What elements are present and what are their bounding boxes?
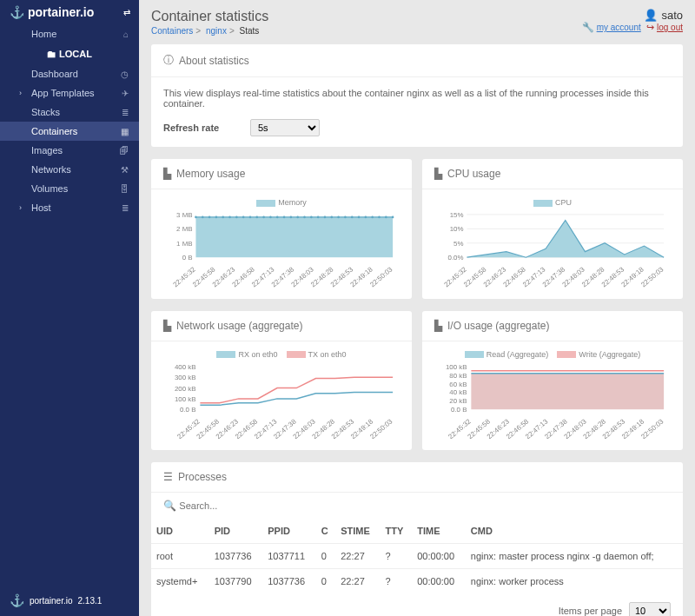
svg-point-34 — [385, 216, 387, 219]
page-header: Container statistics Containers> nginx> … — [151, 9, 683, 36]
brand-text: portainer.io — [28, 5, 94, 19]
svg-point-8 — [208, 216, 211, 219]
footer-brand: ⚓ portainer.io 2.13.1 — [0, 585, 139, 616]
svg-point-17 — [269, 216, 272, 219]
crumb-containers[interactable]: Containers — [151, 26, 193, 36]
sidebar-item-volumes[interactable]: Volumes🗄 — [0, 179, 139, 198]
svg-point-11 — [228, 216, 231, 219]
home-icon: ⌂ — [123, 30, 129, 39]
svg-point-26 — [330, 216, 333, 219]
list-icon: ☰ — [163, 471, 173, 483]
pager-label: Items per page — [559, 606, 622, 616]
cpu-chart: 15%10%5%0.0% 22:45:3222:45:5822:46:2322:… — [433, 210, 672, 288]
svg-point-33 — [378, 216, 381, 219]
sidebar-item-app-templates[interactable]: ›App Templates✈ — [0, 83, 139, 103]
sidebar-item-host[interactable]: ›Host≣ — [0, 198, 139, 217]
svg-text:40 kB: 40 kB — [449, 388, 467, 396]
svg-point-31 — [365, 216, 367, 219]
about-title: About statistics — [179, 55, 249, 67]
svg-text:300 kB: 300 kB — [175, 374, 196, 381]
refresh-select[interactable]: 5s — [250, 119, 320, 136]
svg-text:100 kB: 100 kB — [446, 363, 467, 371]
version: 2.13.1 — [77, 596, 102, 606]
sidebar-item-stacks[interactable]: Stacks≣ — [0, 103, 139, 122]
memory-panel: ▙Memory usage Memory 3 MB2 MB1 MB0 B 22:… — [151, 159, 412, 299]
svg-text:0.0 B: 0.0 B — [180, 406, 195, 414]
svg-text:10%: 10% — [450, 225, 464, 233]
network-chart: 400 kB300 kB200 kB100 kB0.0 B 22:45:3222… — [162, 362, 401, 440]
processes-panel: ☰Processes 🔍 UIDPIDPPIDCSTIMETTYTIMECMD … — [151, 462, 683, 616]
svg-text:400 kB: 400 kB — [175, 363, 196, 371]
col-pid[interactable]: PID — [209, 519, 263, 544]
search-icon: 🔍 — [163, 500, 176, 512]
svg-text:20 kB: 20 kB — [449, 397, 467, 405]
sidebar: ⚓ portainer.io ⇄ Home ⌂ 🖿 LOCAL Dashboar… — [0, 0, 139, 616]
svg-point-28 — [344, 216, 347, 219]
page-title: Container statistics — [151, 9, 268, 24]
svg-point-12 — [235, 216, 238, 219]
brand[interactable]: ⚓ portainer.io — [9, 5, 94, 19]
sidebar-item-images[interactable]: Images🗐 — [0, 141, 139, 160]
about-panel: ⓘ About statistics This view displays re… — [151, 44, 683, 147]
crumb-nginx[interactable]: nginx — [206, 26, 227, 36]
svg-text:22:50:03: 22:50:03 — [639, 417, 665, 439]
svg-point-22 — [303, 216, 306, 219]
user-row: 👤 sato — [582, 9, 683, 22]
svg-text:0.0 B: 0.0 B — [451, 406, 467, 414]
col-tty[interactable]: TTY — [380, 519, 412, 544]
col-ppid[interactable]: PPID — [262, 519, 316, 544]
svg-point-6 — [195, 216, 197, 219]
svg-point-20 — [290, 216, 293, 219]
env-label[interactable]: 🖿 LOCAL — [0, 43, 139, 64]
user-icon: 👤 — [644, 9, 658, 22]
svg-point-14 — [249, 216, 252, 219]
svg-text:2 MB: 2 MB — [176, 225, 192, 233]
svg-text:5%: 5% — [453, 240, 463, 248]
crumb-stats: Stats — [240, 26, 260, 36]
svg-text:80 kB: 80 kB — [449, 371, 467, 379]
pager-select[interactable]: 10 — [629, 602, 671, 616]
swap-icon[interactable]: ⇄ — [123, 8, 130, 17]
svg-point-13 — [242, 216, 245, 219]
table-row[interactable]: root10377361037711022:27?00:00:00nginx: … — [151, 544, 683, 569]
svg-text:22:50:03: 22:50:03 — [368, 417, 394, 439]
anchor-icon: ⚓ — [9, 593, 24, 607]
wrench-icon: 🔧 — [582, 22, 594, 32]
col-time[interactable]: TIME — [412, 519, 466, 544]
io-chart: 100 kB80 kB60 kB40 kB20 kB0.0 B 22:45:32… — [433, 362, 672, 440]
svg-point-7 — [202, 216, 204, 219]
col-uid[interactable]: UID — [151, 519, 209, 544]
svg-text:15%: 15% — [450, 211, 464, 219]
logout-link[interactable]: log out — [657, 23, 683, 32]
logo-row: ⚓ portainer.io ⇄ — [0, 0, 139, 24]
sidebar-item-containers[interactable]: Containers▦ — [0, 122, 139, 141]
chart-icon: ▙ — [163, 168, 171, 180]
table-row[interactable]: systemd+10377901037736022:27?00:00:00ngi… — [151, 569, 683, 594]
chart-icon: ▙ — [434, 168, 442, 180]
cpu-panel: ▙CPU usage CPU 15%10%5%0.0% 22:45:3222:4… — [422, 159, 683, 299]
logout-icon: ↪ — [646, 22, 654, 32]
nav: Home ⌂ 🖿 LOCAL Dashboard◷›App Templates✈… — [0, 24, 139, 585]
svg-point-21 — [296, 216, 299, 219]
memory-chart: 3 MB2 MB1 MB0 B 22:45:3222:45:5822:46:23… — [162, 210, 401, 288]
username: sato — [661, 9, 683, 22]
col-c[interactable]: C — [316, 519, 335, 544]
col-stime[interactable]: STIME — [335, 519, 380, 544]
refresh-label: Refresh rate — [163, 123, 233, 133]
col-cmd[interactable]: CMD — [466, 519, 683, 544]
svg-point-23 — [310, 216, 313, 219]
svg-point-15 — [256, 216, 259, 219]
anchor-icon: ⚓ — [9, 5, 24, 19]
svg-text:22:50:03: 22:50:03 — [368, 265, 394, 287]
svg-point-16 — [262, 216, 265, 219]
search-input[interactable] — [179, 500, 636, 511]
svg-text:22:50:03: 22:50:03 — [639, 265, 665, 287]
sidebar-item-home[interactable]: Home ⌂ — [0, 24, 139, 43]
my-account-link[interactable]: my account — [597, 23, 641, 32]
sidebar-item-networks[interactable]: Networks⚒ — [0, 160, 139, 179]
svg-point-25 — [324, 216, 327, 219]
io-panel: ▙I/O usage (aggregate) Read (Aggregate) … — [422, 311, 683, 451]
sidebar-item-dashboard[interactable]: Dashboard◷ — [0, 64, 139, 83]
svg-text:0.0%: 0.0% — [448, 254, 464, 262]
chart-icon: ▙ — [163, 320, 171, 332]
